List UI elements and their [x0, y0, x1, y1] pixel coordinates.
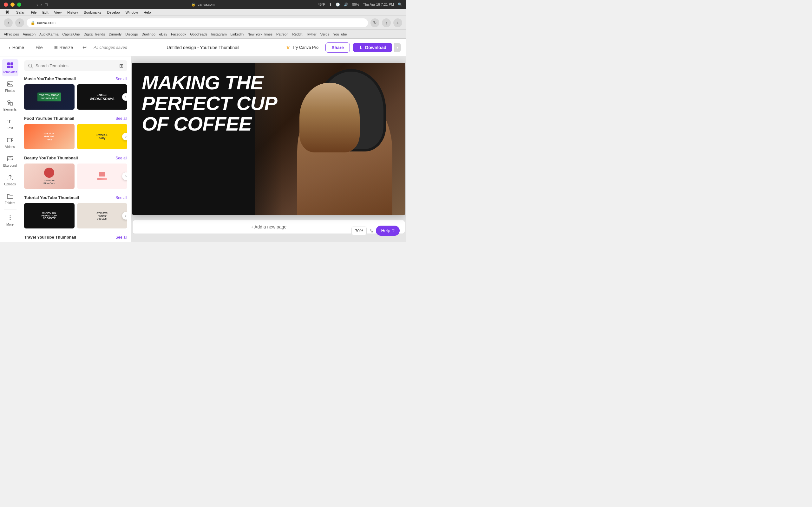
sidebar-item-uploads[interactable]: Uploads [2, 171, 18, 188]
view-menu[interactable]: View [51, 10, 64, 14]
bookmark-youtube[interactable]: YouTube [334, 32, 347, 36]
bookmark-capitalone[interactable]: CapitalOne [62, 32, 80, 36]
food2-text: Sweet &Salty [96, 133, 107, 140]
bookmarks-menu[interactable]: Bookmarks [81, 10, 104, 14]
try-pro-button[interactable]: ♛ Try Canva Pro [282, 43, 322, 52]
download-chevron-button[interactable]: ▾ [394, 43, 401, 52]
canvas-title-text[interactable]: MAKING THEPERFECT CUPOF COFFEE [142, 72, 277, 134]
help-menu[interactable]: Help [141, 10, 154, 14]
elements-label: Elements [3, 108, 17, 111]
background-label: Bkground [3, 164, 17, 167]
mac-close-btn[interactable] [4, 3, 8, 7]
bookmark-discogs[interactable]: Discogs [125, 32, 138, 36]
bookmark-audiokarma[interactable]: AudioKarma [39, 32, 59, 36]
bookmark-digitaltrends[interactable]: Digital Trends [84, 32, 105, 36]
bookmark-duolingo[interactable]: Duolingo [142, 32, 155, 36]
reader-view-btn[interactable]: ⊡ [44, 2, 48, 7]
sidebar-item-background[interactable]: Bkground [2, 153, 18, 170]
main-layout: Templates Photos Elements [0, 56, 406, 242]
canvas-area: ⬜ ⧉ + MAKING THEPERFECT CUPOF COFFEE + A… [131, 56, 406, 242]
bookmark-dinnerly[interactable]: Dinnerly [109, 32, 121, 36]
food-section-header: Food YouTube Thumbnail See all [24, 116, 127, 121]
download-label: Download [365, 45, 386, 50]
mac-maximize-btn[interactable] [17, 3, 21, 7]
template-thumb-food1[interactable]: MY TOPBAKINGTIPS [24, 124, 74, 149]
template-thumb-music2[interactable]: INDIEWEDNESDAYS [77, 84, 128, 110]
apple-menu[interactable]: ⌘ [3, 10, 12, 14]
template-thumb-beauty2[interactable] [77, 164, 128, 189]
music-see-all-button[interactable]: See all [115, 77, 127, 81]
browser-forward-btn[interactable]: › [15, 18, 24, 27]
sidebar-item-elements[interactable]: Elements [2, 96, 18, 114]
undo-button[interactable]: ↩ [81, 43, 89, 52]
new-tab-btn[interactable]: + [393, 18, 402, 27]
tutorial-see-all-button[interactable]: See all [115, 195, 127, 200]
search-bar[interactable]: ⊞ [24, 60, 127, 71]
reload-btn[interactable]: ↻ [370, 18, 379, 27]
search-icon[interactable]: 🔍 [398, 3, 402, 7]
bookmark-allrecipes[interactable]: Allrecipes [4, 32, 19, 36]
template-thumb-food2[interactable]: Sweet &Salty [77, 124, 128, 149]
tutorial2-text: STYLINGFUNKYPIECES [96, 212, 107, 220]
bookmark-instagram[interactable]: Instagram [211, 32, 227, 36]
safari-menu[interactable]: Safari [14, 10, 28, 14]
share-btn[interactable]: ↑ [382, 18, 391, 27]
edit-menu[interactable]: Edit [40, 10, 51, 14]
download-button[interactable]: ⬇ Download [353, 43, 392, 52]
beauty-see-all-button[interactable]: See all [115, 156, 127, 160]
bookmark-linkedin[interactable]: LinkedIn [231, 32, 244, 36]
nav-forward-btn[interactable]: › [41, 2, 42, 7]
sidebar-item-text[interactable]: T Text [2, 115, 18, 132]
mac-titlebar: ‹ › ⊡ 🔒 canva.com 45°F ⬆ 🕐 🔊 99% Thu Apr… [0, 0, 406, 9]
music-template-grid: TOP TEN MUSICVIDEOS 2019 INDIEWEDNESDAYS… [24, 84, 127, 110]
travel-see-all-button[interactable]: See all [115, 235, 127, 239]
file-button[interactable]: File [32, 43, 47, 52]
sidebar-item-folders[interactable]: Folders [2, 190, 18, 207]
window-menu[interactable]: Window [123, 10, 141, 14]
file-menu[interactable]: File [29, 10, 39, 14]
nav-back-btn[interactable]: ‹ [37, 2, 38, 7]
history-menu[interactable]: History [65, 10, 81, 14]
sidebar-item-more[interactable]: More [2, 211, 18, 229]
share-button[interactable]: Share [325, 43, 350, 53]
filter-button[interactable]: ⊞ [119, 63, 123, 69]
zoom-expand-btn[interactable]: ⤡ [369, 228, 373, 234]
beauty-template-grid: 5-MinuteSkin Care › [24, 164, 127, 189]
bookmark-amazon[interactable]: Amazon [23, 32, 36, 36]
sidebar-item-videos[interactable]: Videos [2, 134, 18, 151]
browser-back-btn[interactable]: ‹ [4, 18, 13, 27]
bookmark-reddit[interactable]: Reddit [293, 32, 303, 36]
help-button[interactable]: Help ? [376, 226, 400, 236]
shapes-icon [6, 99, 14, 107]
travel-section-header: Travel YouTube Thumbnail See all [24, 235, 127, 239]
food-see-all-button[interactable]: See all [115, 116, 127, 121]
resize-button[interactable]: ⊞ Resize [50, 43, 77, 52]
address-display[interactable]: canva.com [198, 3, 214, 6]
sidebar-item-photos[interactable]: Photos [2, 78, 18, 95]
mac-minimize-btn[interactable] [10, 3, 14, 7]
bookmark-facebook[interactable]: Facebook [171, 32, 186, 36]
bookmark-nyt[interactable]: New York Times [247, 32, 272, 36]
template-thumb-tutorial2[interactable]: STYLINGFUNKYPIECES [77, 203, 128, 228]
tutorial-section: Tutorial YouTube Thumbnail See all MAKIN… [24, 195, 127, 228]
bookmark-verge[interactable]: Verge [320, 32, 329, 36]
bookmark-twitter[interactable]: Twitter [306, 32, 316, 36]
design-canvas[interactable]: MAKING THEPERFECT CUPOF COFFEE [132, 63, 405, 215]
tutorial-section-title: Tutorial YouTube Thumbnail [24, 195, 79, 200]
sidebar-item-templates[interactable]: Templates [2, 59, 18, 76]
bookmark-goodreads[interactable]: Goodreads [190, 32, 207, 36]
address-bar[interactable]: 🔒 canva.com [27, 18, 368, 27]
bookmark-ebay[interactable]: eBay [159, 32, 167, 36]
bookmark-patreon[interactable]: Patreon [276, 32, 289, 36]
home-button[interactable]: ‹ Home [5, 43, 28, 52]
templates-label: Templates [3, 70, 17, 74]
tutorial-section-header: Tutorial YouTube Thumbnail See all [24, 195, 127, 200]
search-input[interactable] [36, 63, 117, 68]
tutorial1-text: MAKING THEPERFECT CUPOF COFFEE [42, 212, 57, 220]
template-thumb-music1[interactable]: TOP TEN MUSICVIDEOS 2019 [24, 84, 74, 110]
coffee-mug [316, 69, 386, 152]
develop-menu[interactable]: Develop [104, 10, 122, 14]
template-thumb-tutorial1[interactable]: MAKING THEPERFECT CUPOF COFFEE [24, 203, 74, 228]
template-thumb-beauty1[interactable]: 5-MinuteSkin Care [24, 164, 74, 189]
zoom-level[interactable]: 70% [351, 227, 367, 235]
